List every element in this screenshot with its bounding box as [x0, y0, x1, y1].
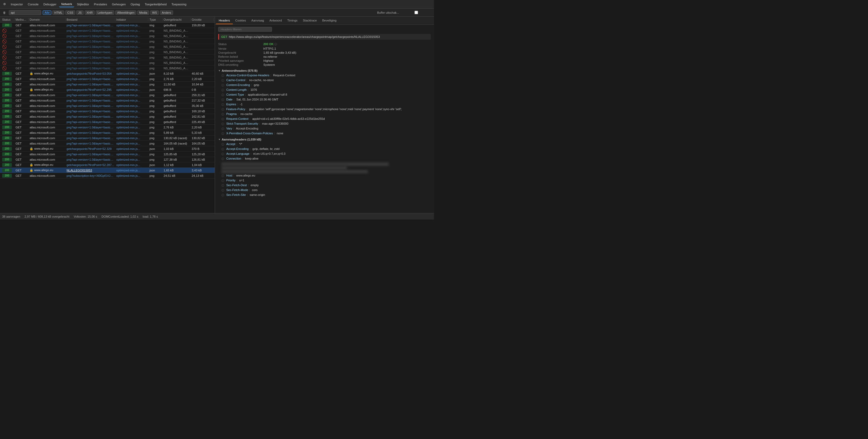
initiator-cell: optimized-min.js...: [115, 115, 148, 118]
file-cell[interactable]: getchargepoints?firstPoint=52.329: [66, 147, 115, 151]
filter-tag-html[interactable]: HTML: [53, 10, 64, 15]
toolbar-btn-toegankelijkheid[interactable]: Toegankelijkheid: [143, 1, 169, 7]
file-cell[interactable]: png?api-version=1.0&layer=basic&...: [66, 61, 115, 64]
filter-tag-js[interactable]: JS: [76, 10, 84, 15]
toolbar-btn-geheugen[interactable]: Geheugen: [110, 1, 128, 7]
file-cell[interactable]: png?api-version=1.0&layer=basic&...: [66, 34, 115, 38]
detail-tab-beveiliging[interactable]: Beveiliging: [319, 17, 339, 24]
detail-tab-cookies[interactable]: Cookies: [233, 17, 249, 24]
col-header-status: Status: [1, 18, 14, 21]
file-cell[interactable]: png?api-version=1.0&layer=basic&...: [66, 136, 115, 140]
file-cell[interactable]: png?api-version=1.0&layer=basic&...: [66, 77, 115, 81]
detail-tab-aanvraag[interactable]: Aanvraag: [249, 17, 267, 24]
status-badge: 200: [1, 174, 14, 178]
file-cell[interactable]: png?api-version=1.0&layer=basic&...: [66, 109, 115, 113]
toolbar-btn-opslag[interactable]: Opslag: [128, 1, 142, 7]
table-row[interactable]: 🚫GETatlas.microsoft.compng?api-version=1…: [0, 66, 215, 71]
buffer-checkbox[interactable]: [400, 11, 432, 14]
toolbar-btn-netwerk[interactable]: Netwerk: [59, 1, 74, 7]
file-cell[interactable]: png?api-version=1.0&layer=basic&...: [66, 40, 115, 43]
table-row[interactable]: 200GETatlas.microsoft.compng?api-version…: [0, 103, 215, 108]
table-row[interactable]: 🚫GETatlas.microsoft.compng?api-version=1…: [0, 50, 215, 55]
table-row[interactable]: 200GETatlas.microsoft.compng?api-version…: [0, 114, 215, 119]
filter-headers-input[interactable]: [218, 27, 272, 32]
detail-tab-timings[interactable]: Timings: [285, 17, 300, 24]
file-cell[interactable]: png?api-version=1.0&layer=basic&...: [66, 126, 115, 129]
file-cell[interactable]: png?api-version=1.0&layer=basic&...: [66, 131, 115, 134]
table-row[interactable]: 200GET🔒 www.allego.eugetchargepoints?fir…: [0, 71, 215, 76]
devtools-menu[interactable]: ⚙: [1, 1, 8, 7]
table-row[interactable]: 200GETatlas.microsoft.compng?api-version…: [0, 92, 215, 98]
table-row[interactable]: 200GETatlas.microsoft.compng?api-version…: [0, 23, 215, 28]
file-cell[interactable]: getchargepoints?firstPoint=52.295: [66, 88, 115, 91]
table-row[interactable]: 🚫GETatlas.microsoft.compng?api-version=1…: [0, 39, 215, 44]
table-row[interactable]: 🚫GETatlas.microsoft.compng?api-version=1…: [0, 55, 215, 60]
header-key: Content-Type: [226, 93, 244, 96]
toolbar-btn-inspector[interactable]: Inspector: [9, 1, 25, 7]
filter-tag-alle[interactable]: Alle: [43, 10, 51, 15]
header-key: Date: [226, 98, 232, 101]
detail-tab-headers[interactable]: Headers: [216, 17, 233, 24]
table-row[interactable]: 🚫GETatlas.microsoft.compng?api-version=1…: [0, 60, 215, 66]
table-row[interactable]: 200GETatlas.microsoft.compng?api-version…: [0, 130, 215, 135]
table-row[interactable]: 200GETatlas.microsoft.compng?api-version…: [0, 108, 215, 114]
toolbar-btn-toepassing[interactable]: Toepassing: [169, 1, 189, 7]
table-row[interactable]: 200GETatlas.microsoft.compng?api-version…: [0, 157, 215, 162]
file-cell[interactable]: png?api-version=1.0&layer=basic&...: [66, 115, 115, 118]
request-headers-section[interactable]: ▼ Aanvraagheaders (1,039 kB): [218, 138, 431, 141]
table-row[interactable]: 200GET🔒 www.allego.eugetchargepoints?fir…: [0, 146, 215, 152]
filter-tag-css[interactable]: CSS: [65, 10, 75, 15]
filter-tag-anders[interactable]: Anders: [160, 10, 173, 15]
file-cell[interactable]: NLALLEGO015053: [66, 169, 115, 172]
toolbar-btn-prestaties[interactable]: Prestaties: [92, 1, 110, 7]
file-cell[interactable]: getchargepoints?firstPoint=52.287...: [66, 163, 115, 166]
filter-tag-media[interactable]: Media: [137, 10, 149, 15]
clear-button[interactable]: 🗑: [2, 10, 7, 15]
table-row[interactable]: 200GETatlas.microsoft.compng?api-version…: [0, 152, 215, 157]
table-row[interactable]: 🚫GETatlas.microsoft.compng?api-version=1…: [0, 44, 215, 50]
file-cell[interactable]: png?api-version=1.0&layer=basic&...: [66, 158, 115, 161]
detail-tab-antwoord[interactable]: Antwoord: [267, 17, 284, 24]
file-cell[interactable]: png?api-version=1.0&layer=basic&...: [66, 29, 115, 32]
toolbar-btn-debugger[interactable]: Debugger: [41, 1, 59, 7]
file-cell[interactable]: png?subscription-key=Xl0Gpf1VJ1c...: [66, 174, 115, 177]
toolbar-btn-stijleditor[interactable]: Stijleditor: [75, 1, 91, 7]
table-row[interactable]: 200GET🔒 www.allego.eugetchargepoints?fir…: [0, 87, 215, 92]
table-row[interactable]: 200GET🔒 www.allego.eugetchargepoints?fir…: [0, 162, 215, 168]
file-cell[interactable]: png?api-version=1.0&layer=basic&...: [66, 99, 115, 102]
domain-cell: atlas.microsoft.com: [29, 126, 66, 129]
file-cell[interactable]: png?api-version=1.0&layer=basic&...: [66, 120, 115, 124]
toolbar-btn-console[interactable]: Console: [26, 1, 40, 7]
file-cell[interactable]: png?api-version=1.0&layer=basic&...: [66, 45, 115, 49]
response-headers-section[interactable]: ▼ Antwoordheaders (575 B): [218, 69, 431, 72]
detail-tab-stacktrace[interactable]: Stacktrace: [300, 17, 319, 24]
filter-tag-afbeeldingen[interactable]: Afbeeldingen: [115, 10, 136, 15]
file-cell[interactable]: png?api-version=1.0&layer=basic&...: [66, 142, 115, 145]
table-row[interactable]: 🚫GETatlas.microsoft.compng?api-version=1…: [0, 33, 215, 39]
table-row[interactable]: 200GETatlas.microsoft.compng?subscriptio…: [0, 173, 215, 178]
transferred-cell: 2,76 kB: [163, 77, 191, 81]
table-row[interactable]: 200GETatlas.microsoft.compng?api-version…: [0, 82, 215, 87]
file-cell[interactable]: png?api-version=1.0&layer=basic&...: [66, 94, 115, 97]
table-row[interactable]: 200GETatlas.microsoft.compng?api-version…: [0, 125, 215, 130]
table-row[interactable]: 200GET🔒 www.allego.euNLALLEGO015053optim…: [0, 168, 215, 173]
file-cell[interactable]: png?api-version=1.0&layer=basic&...: [66, 104, 115, 107]
file-cell[interactable]: png?api-version=1.0&layer=basic&...: [66, 24, 115, 27]
file-cell[interactable]: png?api-version=1.0&layer=basic&...: [66, 67, 115, 70]
filter-tag-lettertypen[interactable]: Lettertypen: [96, 10, 114, 15]
table-row[interactable]: 200GETatlas.microsoft.compng?api-version…: [0, 141, 215, 146]
table-row[interactable]: 200GETatlas.microsoft.compng?api-version…: [0, 98, 215, 103]
search-input[interactable]: [9, 10, 41, 15]
table-row[interactable]: 🚫GETatlas.microsoft.compng?api-version=1…: [0, 28, 215, 33]
filter-tag-xhr[interactable]: XHR: [85, 10, 95, 15]
filter-tag-ws[interactable]: WS: [150, 10, 159, 15]
file-cell[interactable]: getchargepoints?firstPoint=53.054: [66, 72, 115, 75]
table-row[interactable]: 200GETatlas.microsoft.compng?api-version…: [0, 135, 215, 141]
file-cell[interactable]: png?api-version=1.0&layer=basic&...: [66, 153, 115, 156]
initiator-cell: optimized-min.js...: [115, 163, 148, 166]
file-cell[interactable]: png?api-version=1.0&layer=basic&...: [66, 51, 115, 54]
table-row[interactable]: 200GETatlas.microsoft.compng?api-version…: [0, 119, 215, 125]
table-row[interactable]: 200GETatlas.microsoft.compng?api-version…: [0, 76, 215, 82]
file-cell[interactable]: png?api-version=1.0&layer=basic&...: [66, 56, 115, 59]
file-cell[interactable]: png?api-version=1.0&layer=basic&...: [66, 83, 115, 86]
